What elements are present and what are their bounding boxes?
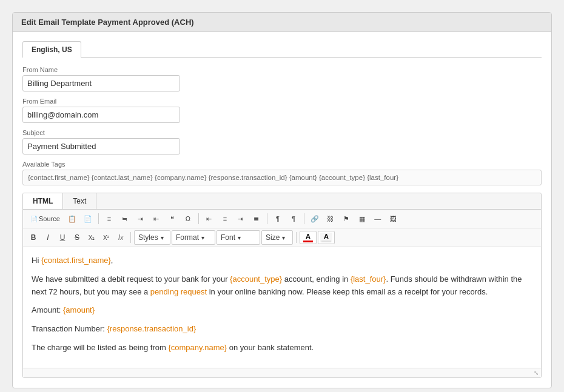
anchor-button[interactable]: ⚑ [339, 212, 354, 225]
justify-button[interactable]: ≣ [249, 212, 264, 225]
unordered-list-button[interactable]: ≒ [118, 212, 132, 225]
bg-color-icon: A [320, 233, 332, 242]
align-left-button[interactable]: ⇤ [202, 212, 217, 225]
italic-button[interactable]: I [41, 231, 55, 244]
outdent-icon: ⇤ [153, 215, 159, 223]
source-label: Source [39, 215, 60, 222]
rtl-button[interactable]: ¶ [286, 212, 301, 225]
justify-icon: ≣ [253, 215, 259, 223]
available-tags-label: Available Tags [22, 161, 542, 168]
image-icon: 🖼 [390, 215, 397, 222]
editor-content[interactable]: Hi {contact.first_name}, We have submitt… [23, 247, 541, 368]
table-icon: ▦ [359, 215, 365, 223]
from-name-input[interactable] [22, 75, 180, 91]
from-email-group: From Email [22, 98, 542, 123]
ltr-icon: ¶ [276, 215, 280, 222]
tag-account-type: {account_type} [230, 274, 282, 284]
tag-first-name: {contact.first_name} [41, 256, 111, 265]
bg-color-button[interactable]: A [318, 231, 335, 244]
styles-dropdown[interactable]: Styles [134, 230, 170, 245]
subject-input[interactable] [22, 138, 180, 154]
resize-icon: ⤡ [534, 370, 539, 376]
content-charge: The charge will be listed as being from … [32, 342, 532, 354]
hr-button[interactable]: — [371, 212, 385, 225]
font-color-icon: A [303, 233, 313, 242]
source-icon: 📄 [30, 216, 38, 222]
font-dropdown[interactable]: Font [217, 230, 260, 245]
from-email-input[interactable] [22, 107, 180, 123]
size-dropdown[interactable]: Size [261, 230, 293, 245]
content-amount: Amount: {amount} [32, 304, 532, 317]
ordered-list-icon: ≡ [107, 215, 111, 222]
unlink-icon: ⛓ [327, 215, 334, 222]
content-area: English, US From Name From Email Subject… [13, 32, 551, 388]
image-button[interactable]: 🖼 [386, 212, 401, 225]
template-icon: 📋 [68, 215, 76, 223]
strikethrough-button[interactable]: S [70, 231, 84, 244]
tag-company-name: {company.name} [168, 343, 227, 352]
table-button[interactable]: ▦ [355, 212, 369, 225]
sep6 [296, 232, 297, 243]
editor-tab-html[interactable]: HTML [23, 193, 63, 209]
link-icon: 🔗 [311, 215, 319, 223]
tag-last-four: {last_four} [351, 274, 386, 284]
ordered-list-button[interactable]: ≡ [102, 212, 116, 225]
align-center-icon: ≡ [223, 215, 227, 222]
sep3 [267, 213, 267, 224]
hr-icon: — [374, 215, 381, 222]
locale-tab-english[interactable]: English, US [22, 41, 81, 58]
outdent-button[interactable]: ⇤ [149, 212, 164, 225]
save-template-icon: 📄 [84, 215, 92, 223]
save-template-button[interactable]: 📄 [81, 212, 95, 225]
ltr-button[interactable]: ¶ [270, 212, 285, 225]
anchor-icon: ⚑ [343, 215, 349, 223]
unordered-list-icon: ≒ [122, 215, 127, 223]
font-color-button[interactable]: A [300, 231, 317, 244]
subscript-button[interactable]: X₂ [85, 231, 98, 244]
editor-wrapper: HTML Text 📄 Source 📋 📄 ≡ [22, 193, 542, 378]
locale-tabs-bar: English, US [22, 41, 542, 58]
rtl-icon: ¶ [292, 215, 295, 222]
bold-button[interactable]: B [27, 231, 40, 244]
indent-button[interactable]: ⇥ [133, 212, 148, 225]
editor-tabs: HTML Text [23, 193, 541, 210]
template-button[interactable]: 📋 [65, 212, 79, 225]
align-right-icon: ⇥ [238, 215, 243, 223]
from-name-group: From Name [22, 66, 542, 91]
content-transaction: Transaction Number: {response.transactio… [32, 323, 532, 336]
blockquote-button[interactable]: ❝ [165, 212, 180, 225]
subject-label: Subject [22, 129, 542, 136]
from-email-label: From Email [22, 98, 542, 105]
underline-button[interactable]: U [56, 231, 69, 244]
format-dropdown[interactable]: Format [172, 230, 215, 245]
superscript-button[interactable]: X² [99, 231, 113, 244]
clear-formatting-button[interactable]: Ix [114, 231, 127, 244]
sep5 [130, 232, 131, 243]
sep1 [98, 213, 99, 224]
from-name-label: From Name [22, 66, 542, 73]
content-greeting: Hi {contact.first_name}, [32, 254, 532, 267]
available-tags-group: Available Tags {contact.first_name} {con… [22, 161, 542, 185]
main-container: Edit Email Template Payment Approved (AC… [12, 12, 552, 388]
subject-group: Subject [22, 129, 542, 154]
editor-tab-text[interactable]: Text [63, 193, 96, 209]
specialchar-icon: Ω [186, 215, 190, 222]
blockquote-icon: ❝ [170, 215, 174, 223]
sep2 [198, 213, 199, 224]
tag-amount: {amount} [63, 305, 95, 314]
align-right-button[interactable]: ⇥ [233, 212, 248, 225]
tag-transaction-id: {response.transaction_id} [107, 324, 196, 333]
indent-icon: ⇥ [138, 215, 143, 223]
specialchar-button[interactable]: Ω [181, 212, 195, 225]
source-button[interactable]: 📄 Source [27, 212, 64, 225]
unlink-button[interactable]: ⛓ [323, 212, 338, 225]
sep4 [304, 213, 304, 224]
page-title: Edit Email Template Payment Approved (AC… [13, 13, 551, 32]
link-button[interactable]: 🔗 [307, 212, 322, 225]
resize-handle[interactable]: ⤡ [23, 368, 541, 377]
align-left-icon: ⇤ [206, 215, 212, 223]
tag-pending: pending request [150, 287, 207, 296]
editor-toolbar-1: 📄 Source 📋 📄 ≡ ≒ ⇥ [23, 210, 541, 228]
align-center-button[interactable]: ≡ [218, 212, 232, 225]
available-tags-value: {contact.first_name} {contact.last_name}… [22, 170, 542, 185]
